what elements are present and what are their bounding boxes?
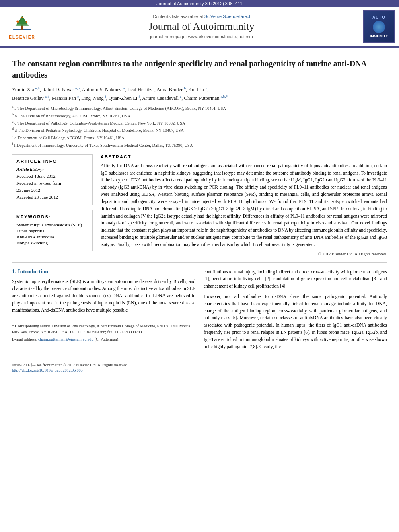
logo-circle-graphic: [373, 21, 385, 33]
footnote-email: E-mail address: chaim.putterman@einstein…: [12, 336, 195, 342]
authors-text: Yumin Xia a,b, Rahul D. Pawar a,b, Anton…: [12, 87, 228, 101]
affil-4: d d The Division of Pediatric Nephrology…: [12, 127, 387, 134]
elsevier-tree-icon: [10, 14, 34, 34]
article-info-box: ARTICLE INFO Article history: Received 4…: [12, 154, 93, 206]
right-column: ABSTRACT Affinity for DNA and cross-reac…: [101, 154, 387, 256]
sciverse-line: Contents lists available at SciVerse Sci…: [44, 14, 359, 19]
received-revised-line: Received in revised form: [16, 180, 88, 186]
affiliations: a a The Department of Microbiology & Imm…: [12, 105, 387, 148]
keyword-4: Isotype switching: [16, 240, 88, 245]
affil-2: b b The Division of Rheumatology, AECOM,…: [12, 112, 387, 119]
journal-name-header: Journal of Autoimmunity: [44, 21, 359, 33]
email-link[interactable]: chaim.putterman@einstein.yu.edu: [38, 337, 93, 341]
intro-left-text1: Systemic lupus erythematosus (SLE) is a …: [12, 278, 195, 314]
bottom-bar: 0896-8411/$ – see front matter © 2012 El…: [0, 360, 399, 375]
svg-point-6: [21, 17, 23, 18]
abstract-heading: ABSTRACT: [101, 154, 387, 159]
intro-right-text2: However, not all antibodies to dsDNA sha…: [204, 293, 387, 351]
intro-right-col: contributions to renal injury, including…: [204, 269, 387, 354]
content-area: The constant region contributes to the a…: [0, 48, 399, 360]
introduction-section: 1. Introduction Systemic lupus erythemat…: [12, 269, 387, 354]
affil-6: f f Department of Immunology, University…: [12, 142, 387, 148]
header-center: Contents lists available at SciVerse Sci…: [44, 14, 359, 39]
journal-logo-box: AUTO IMMUNITY: [363, 10, 395, 43]
affil-5: e e Department of Cell Biology, AECOM, B…: [12, 134, 387, 141]
journal-ref-text: Journal of Autoimmunity 39 (2012) 398–41…: [156, 1, 242, 6]
keyword-1: Systemic lupus erythematosus (SLE): [16, 222, 88, 227]
abstract-section: ABSTRACT Affinity for DNA and cross-reac…: [101, 154, 387, 256]
affil-3: c c The Department of Pathology, Columbi…: [12, 119, 387, 126]
revised-date-line: 26 June 2012: [16, 187, 88, 193]
abstract-text: Affinity for DNA and cross-reactivity wi…: [101, 162, 387, 249]
article-info-heading: ARTICLE INFO: [16, 159, 88, 164]
issn-line: 0896-8411/$ – see front matter © 2012 El…: [12, 363, 387, 367]
svg-point-4: [16, 20, 19, 22]
footnote-section: * Corresponding author. Division of Rheu…: [12, 320, 195, 342]
keywords-box: Keywords: Systemic lupus erythematosus (…: [12, 210, 93, 251]
svg-point-5: [26, 21, 28, 23]
copyright-line: © 2012 Elsevier Ltd. All rights reserved…: [101, 252, 387, 256]
journal-reference-bar: Journal of Autoimmunity 39 (2012) 398–41…: [0, 0, 399, 7]
footnote-corresponding: * Corresponding author. Division of Rheu…: [12, 323, 195, 335]
elsevier-wordmark: ELSEVIER: [9, 35, 35, 39]
intro-word: Introduction: [18, 269, 48, 275]
intro-heading: 1. Introduction: [12, 269, 195, 275]
journal-header: ELSEVIER Contents lists available at Sci…: [0, 7, 399, 47]
received-line: Received 4 June 2012: [16, 173, 88, 179]
elsevier-logo: ELSEVIER: [4, 14, 40, 39]
intro-number: 1.: [12, 269, 16, 275]
homepage-line: journal homepage: www.elsevier.com/locat…: [44, 34, 359, 39]
keyword-3: Anti-DNA antibodies: [16, 234, 88, 239]
sciverse-link[interactable]: SciVerse ScienceDirect: [204, 14, 250, 19]
logo-auto-text: AUTO: [372, 15, 385, 20]
history-label: Article history:: [16, 167, 88, 172]
authors-line: Yumin Xia a,b, Rahul D. Pawar a,b, Anton…: [12, 85, 387, 102]
journal-logo-right: AUTO IMMUNITY: [363, 10, 395, 43]
accepted-line: Accepted 28 June 2012: [16, 194, 88, 200]
intro-left-col: 1. Introduction Systemic lupus erythemat…: [12, 269, 195, 354]
left-column: ARTICLE INFO Article history: Received 4…: [12, 154, 93, 256]
article-info-abstract: ARTICLE INFO Article history: Received 4…: [12, 154, 387, 256]
doi-line: http://dx.doi.org/10.1016/j.jaut.2012.06…: [12, 368, 387, 372]
intro-right-text1: contributions to renal injury, including…: [204, 269, 387, 290]
paper-title: The constant region contributes to the a…: [12, 58, 387, 80]
keywords-heading: Keywords:: [16, 214, 88, 219]
doi-link[interactable]: http://dx.doi.org/10.1016/j.jaut.2012.06…: [12, 368, 83, 372]
section-divider: [12, 262, 387, 263]
affil-1: a a The Department of Microbiology & Imm…: [12, 105, 387, 111]
logo-immunity-text: IMMUNITY: [370, 34, 388, 38]
keyword-2: Lupus nephritis: [16, 228, 88, 233]
